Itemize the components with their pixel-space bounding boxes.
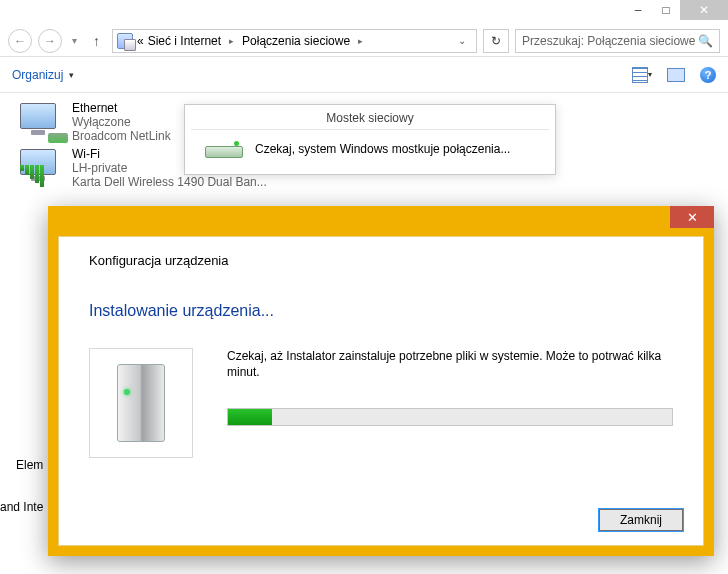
device-config-dialog: ✕ Konfiguracja urządzenia Instalowanie u…: [48, 206, 714, 556]
window-titlebar: – □ ✕: [0, 0, 728, 25]
window-maximize-button[interactable]: □: [652, 0, 680, 20]
breadcrumb-item[interactable]: Sieć i Internet: [148, 34, 221, 48]
bridge-icon: [205, 140, 243, 158]
connection-title: Ethernet: [72, 101, 171, 115]
nav-history-dropdown[interactable]: ▾: [68, 35, 81, 46]
connection-status: Wyłączone: [72, 115, 171, 129]
breadcrumb-separator-icon[interactable]: ▸: [358, 36, 363, 46]
view-list-icon: [632, 67, 648, 83]
search-placeholder: Przeszukaj: Połączenia sieciowe: [522, 34, 698, 48]
window-minimize-button[interactable]: –: [624, 0, 652, 20]
organize-menu-button[interactable]: Organizuj ▾: [12, 68, 74, 82]
dialog-close-button[interactable]: ✕: [670, 206, 714, 228]
dialog-message: Czekaj, aż Instalator zainstaluje potrze…: [227, 348, 673, 380]
connection-adapter: Broadcom NetLink: [72, 129, 171, 143]
address-bar-row: ← → ▾ ↑ « Sieć i Internet ▸ Połączenia s…: [0, 25, 728, 57]
dropdown-caret-icon: ▾: [648, 70, 652, 79]
view-options-button[interactable]: ▾: [632, 66, 652, 84]
preview-pane-button[interactable]: [666, 66, 686, 84]
window-close-button[interactable]: ✕: [680, 0, 728, 20]
dialog-heading: Instalowanie urządzenia...: [89, 302, 673, 320]
search-icon[interactable]: 🔍: [698, 34, 713, 48]
bridge-dialog-text: Czekaj, system Windows mostkuje połączen…: [255, 142, 510, 156]
pane-icon: [667, 68, 685, 82]
location-icon: [117, 33, 133, 49]
search-input[interactable]: Przeszukaj: Połączenia sieciowe 🔍: [515, 29, 720, 53]
wifi-icon: [20, 147, 64, 187]
refresh-button[interactable]: ↻: [483, 29, 509, 53]
address-dropdown-icon[interactable]: ⌄: [452, 35, 472, 46]
breadcrumb-chevrons[interactable]: «: [137, 34, 144, 48]
bridge-dialog: Mostek sieciowy Czekaj, system Windows m…: [184, 104, 556, 175]
nav-forward-button[interactable]: →: [38, 29, 62, 53]
category-fragment: and Inte: [0, 500, 43, 514]
close-button[interactable]: Zamknij: [599, 509, 683, 531]
nav-up-button[interactable]: ↑: [87, 33, 106, 49]
breadcrumb-item[interactable]: Połączenia sieciowe: [242, 34, 350, 48]
device-icon: [89, 348, 193, 458]
address-bar[interactable]: « Sieć i Internet ▸ Połączenia sieciowe …: [112, 29, 477, 53]
statusbar-fragment: Elem: [16, 458, 43, 472]
breadcrumb-separator-icon[interactable]: ▸: [229, 36, 234, 46]
dropdown-caret-icon: ▾: [69, 70, 74, 80]
help-button[interactable]: ?: [700, 67, 716, 83]
install-progress-bar: [227, 408, 673, 426]
explorer-toolbar: Organizuj ▾ ▾ ?: [0, 57, 728, 93]
dialog-title: Konfiguracja urządzenia: [89, 253, 673, 268]
ethernet-icon: [20, 101, 64, 141]
bridge-dialog-title: Mostek sieciowy: [185, 105, 555, 129]
nav-back-button[interactable]: ←: [8, 29, 32, 53]
connection-adapter: Karta Dell Wireless 1490 Dual Ban...: [72, 175, 267, 189]
organize-label: Organizuj: [12, 68, 63, 82]
